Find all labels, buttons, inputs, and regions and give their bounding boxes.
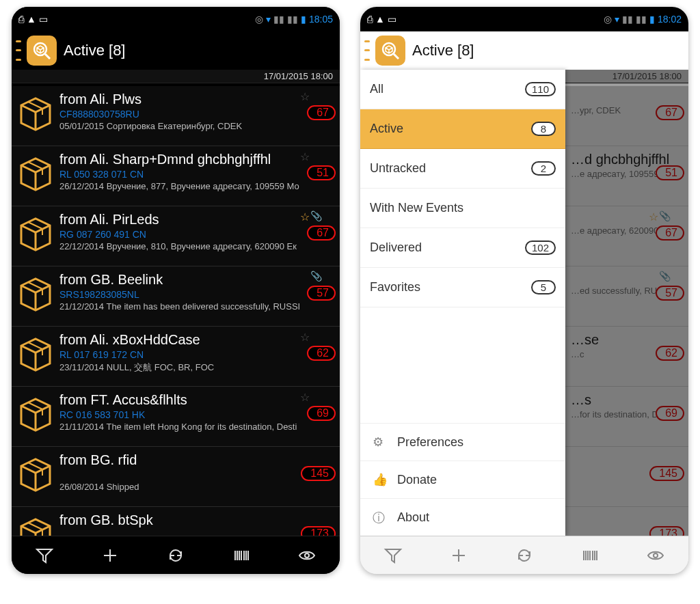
usb-icon: ⎙ (18, 14, 24, 25)
list-item[interactable]: from Ali. PirLeds RG 087 260 491 CN 22/1… (12, 206, 340, 266)
drawer-about[interactable]: ⓘAbout (360, 498, 565, 536)
app-header: Active [8] (12, 31, 340, 70)
bottom-bar (12, 536, 340, 574)
drawer-item-favorites[interactable]: Favorites5 (360, 268, 565, 307)
days-badge: 173 (301, 526, 336, 536)
status-bar: ⎙ ▲ ▭ ◎ ▾ ▮▮ ▮▮ ▮ 18:05 (12, 7, 340, 31)
nfc-icon: ◎ (255, 14, 263, 25)
list-item[interactable]: from Ali. Sharp+Dmnd ghcbhghjffhl RL 050… (12, 146, 340, 206)
drawer-label: Favorites (370, 280, 420, 294)
drawer-item-all[interactable]: All110 (360, 70, 565, 109)
usb-icon: ⎙ (367, 14, 373, 25)
clock: 18:02 (658, 14, 682, 25)
item-tracking-code (59, 469, 333, 480)
star-icon[interactable]: ☆ (300, 210, 310, 223)
package-icon (17, 515, 54, 536)
package-icon (17, 335, 54, 372)
barcode-button[interactable] (226, 540, 256, 571)
drawer-label: Delivered (370, 241, 422, 255)
drawer-toggle[interactable] (16, 37, 23, 64)
item-tracking-code: RC 016 583 701 HK (59, 409, 333, 420)
list-item[interactable]: from FT. Accus&flhlts RC 016 583 701 HK … (12, 387, 340, 447)
gear-icon: ⚙ (373, 435, 388, 450)
drawer-preferences[interactable]: ⚙Preferences (360, 423, 565, 461)
item-title: from BG. rfid (59, 452, 333, 468)
list-item[interactable]: from GB. btSpk 30/07/2014 Shipped 173 (12, 507, 340, 536)
package-list[interactable]: from Ali. Plws CF8888030758RU 05/01/2015… (12, 86, 340, 536)
item-title: from Ali. Sharp+Dmnd ghcbhghjffhl (59, 152, 333, 167)
navigation-drawer: All110Active8Untracked2With New EventsDe… (360, 70, 565, 536)
add-button[interactable] (95, 540, 125, 571)
signal-icon: ▮▮ (273, 14, 284, 25)
days-badge: 57 (307, 286, 336, 301)
drawer-donate[interactable]: 👍Donate (360, 461, 565, 498)
star-icon[interactable]: ☆ (300, 331, 310, 344)
filter-button[interactable] (378, 540, 408, 571)
drawer-label: Preferences (397, 435, 463, 450)
item-tracking-code: RL 017 619 172 CN (59, 349, 333, 360)
date-header: 17/01/2015 18:00 (12, 70, 340, 83)
item-tracking-code: CF8888030758RU (59, 109, 333, 120)
warning-icon: ▲ (27, 14, 36, 25)
warning-icon: ▲ (375, 14, 385, 25)
phone-left: ⎙ ▲ ▭ ◎ ▾ ▮▮ ▮▮ ▮ 18:05 Active [8] 17/01… (12, 7, 340, 574)
barcode-button[interactable] (575, 540, 605, 571)
attachment-icon: 📎 (310, 271, 322, 282)
clock: 18:05 (309, 14, 333, 25)
star-icon[interactable]: ☆ (300, 391, 310, 404)
page-title: Active [8] (64, 42, 125, 59)
days-badge: 145 (301, 466, 336, 481)
wifi-icon: ▾ (266, 14, 271, 25)
item-title: from Ali. PirLeds (59, 212, 333, 228)
sync-button[interactable] (509, 540, 539, 571)
item-title: from Ali. Plws (59, 92, 333, 107)
store-icon: ▭ (39, 14, 48, 25)
list-item[interactable]: from GB. Beelink SRS198283085NL 21/12/20… (12, 266, 340, 327)
item-title: from GB. btSpk (59, 512, 333, 528)
package-icon (17, 94, 54, 131)
status-bar: ⎙ ▲ ▭ ◎ ▾ ▮▮ ▮▮ ▮ 18:02 (360, 7, 688, 31)
nfc-icon: ◎ (604, 14, 612, 25)
days-badge: 51 (307, 165, 336, 180)
package-icon (17, 154, 54, 191)
package-icon (17, 395, 54, 432)
drawer-count: 5 (531, 280, 556, 294)
list-item[interactable]: from BG. rfid 26/08/2014 Shipped 145 (12, 447, 340, 507)
wifi-icon: ▾ (615, 14, 619, 25)
drawer-item-untracked[interactable]: Untracked2 (360, 149, 565, 189)
drawer-item-active[interactable]: Active8 (360, 109, 565, 149)
watch-button[interactable] (292, 540, 322, 571)
item-status: 21/11/2014 The item left Hong Kong for i… (59, 422, 333, 432)
drawer-count: 2 (531, 161, 556, 176)
item-tracking-code: RG 087 260 491 CN (59, 229, 333, 240)
drawer-toggle[interactable] (364, 37, 371, 64)
item-title: from Ali. xBoxHddCase (59, 332, 333, 348)
signal-icon: ▮▮ (622, 14, 633, 25)
add-button[interactable] (444, 540, 474, 571)
item-tracking-code: SRS198283085NL (59, 289, 333, 300)
app-logo[interactable] (375, 36, 405, 66)
item-status: 21/12/2014 The item has been delivered s… (59, 301, 333, 312)
battery-icon: ▮ (301, 14, 306, 25)
package-icon (17, 275, 54, 312)
watch-button[interactable] (641, 540, 671, 571)
info-icon: ⓘ (373, 510, 388, 525)
sync-button[interactable] (161, 540, 191, 571)
drawer-label: Donate (397, 473, 437, 487)
bottom-bar (360, 536, 688, 574)
drawer-item-delivered[interactable]: Delivered102 (360, 228, 565, 268)
star-icon[interactable]: ☆ (300, 150, 310, 163)
item-status: 23/11/2014 NULL, 交航 FOC, BR, FOC (59, 361, 333, 374)
store-icon: ▭ (388, 14, 396, 25)
filter-button[interactable] (29, 540, 59, 571)
list-item[interactable]: from Ali. Plws CF8888030758RU 05/01/2015… (12, 86, 340, 146)
days-badge: 69 (307, 406, 336, 421)
signal2-icon: ▮▮ (636, 14, 647, 25)
drawer-item-with-new-events[interactable]: With New Events (360, 189, 565, 228)
star-icon[interactable]: ☆ (300, 90, 310, 103)
app-logo[interactable] (27, 36, 57, 66)
list-item[interactable]: from Ali. xBoxHddCase RL 017 619 172 CN … (12, 327, 340, 387)
item-status: 22/12/2014 Вручение, 810, Вручение адрес… (59, 241, 333, 251)
days-badge: 62 (307, 346, 336, 361)
attachment-icon: 📎 (310, 210, 322, 221)
